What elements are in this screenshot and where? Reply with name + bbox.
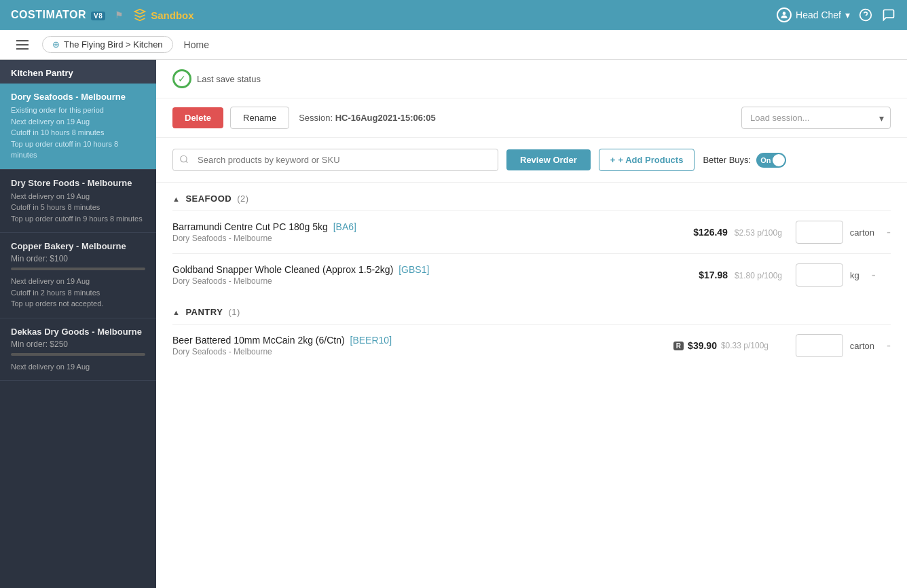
save-check-icon: ✓ — [172, 69, 191, 88]
top-up-cutoff: Top up order cutoff in 10 hours 8 minute… — [11, 139, 145, 161]
product-price: $39.90 — [688, 340, 717, 351]
user-menu[interactable]: Head Chef ▾ — [777, 7, 850, 22]
save-status: ✓ Last save status — [172, 69, 261, 88]
home-link[interactable]: Home — [184, 39, 209, 50]
qty-input-snapper[interactable] — [796, 263, 843, 287]
messages-icon[interactable] — [881, 7, 896, 22]
cutoff: Cutoff in 5 hours 8 minutes — [11, 202, 145, 213]
top-up-cutoff: Top up order cutoff in 9 hours 8 minutes — [11, 213, 145, 225]
brand-logo: COSTIMATOR V8 — [11, 9, 105, 21]
load-session-select[interactable]: Load session... — [741, 107, 891, 129]
next-delivery: Next delivery on 19 Aug — [11, 116, 145, 128]
product-toolbar: Review Order + + Add Products Better Buy… — [156, 138, 907, 183]
product-qty-block: carton - — [796, 221, 891, 244]
search-icon — [179, 154, 189, 166]
supplier-name: Dory Seafoods - Melbourne — [11, 92, 145, 102]
brand-area: COSTIMATOR V8 ⚑ Sandbox — [11, 8, 194, 22]
next-delivery: Next delivery on 19 Aug — [11, 361, 145, 373]
review-order-button[interactable]: Review Order — [506, 149, 591, 170]
top-up: Top up orders not accepted. — [11, 298, 145, 310]
rename-button[interactable]: Rename — [230, 107, 289, 129]
product-sku: [BA6] — [333, 221, 356, 232]
product-name: Beer Battered 10mm McCain 2kg (6/Ctn) [B… — [172, 335, 673, 346]
hamburger-menu[interactable] — [11, 35, 34, 55]
sidebar-item-dry-store[interactable]: Dry Store Foods - Melbourne Next deliver… — [0, 170, 156, 234]
min-order: Min order: $100 — [11, 254, 145, 263]
sidebar-section-title: Kitchen Pantry — [0, 60, 156, 84]
chevron-down-icon: ▾ — [845, 10, 850, 20]
product-price-block: $17.98 $1.80 p/100g — [673, 270, 782, 280]
product-price: $17.98 — [699, 270, 728, 280]
product-supplier: Dory Seafoods - Melbourne — [172, 234, 673, 243]
top-nav-right: Head Chef ▾ — [777, 7, 896, 22]
delete-button[interactable]: Delete — [172, 107, 223, 128]
product-row-beer-battered: Beer Battered 10mm McCain 2kg (6/Ctn) [B… — [172, 324, 891, 367]
qty-input-barramundi[interactable] — [796, 221, 843, 244]
plus-icon: + — [610, 155, 616, 165]
cutoff: Cutoff in 10 hours 8 minutes — [11, 127, 145, 139]
svg-line-4 — [186, 161, 188, 163]
collapse-arrow-pantry[interactable]: ▲ — [172, 308, 180, 316]
product-qty-block: carton - — [796, 334, 891, 357]
qty-dash: - — [887, 225, 891, 240]
category-name-pantry: PANTRY — [185, 307, 223, 317]
svg-point-0 — [783, 12, 786, 15]
qty-input-beer-battered[interactable] — [796, 334, 843, 357]
collapse-arrow-seafood[interactable]: ▲ — [172, 195, 180, 203]
product-sku: [GBS1] — [399, 264, 429, 275]
sidebar-item-dory[interactable]: Dory Seafoods - Melbourne Existing order… — [0, 84, 156, 170]
breadcrumb[interactable]: ⊕ The Flying Bird > Kitchen — [42, 36, 173, 53]
product-supplier: Dory Seafoods - Melbourne — [172, 276, 673, 286]
existing-order-label: Existing order for this period — [11, 105, 145, 116]
product-name: Goldband Snapper Whole Cleaned (Approx 1… — [172, 264, 673, 275]
unit-label: kg — [850, 270, 859, 280]
better-buys-control: Better Buys: On — [703, 153, 786, 168]
min-order: Min order: $250 — [11, 339, 145, 349]
product-price-per: $1.80 p/100g — [735, 271, 782, 280]
qty-dash: - — [872, 268, 876, 282]
cutoff: Cutoff in 2 hours 8 minutes — [11, 287, 145, 299]
top-nav: COSTIMATOR V8 ⚑ Sandbox Head Chef ▾ — [0, 0, 907, 30]
product-qty-block: kg - — [796, 263, 891, 287]
pantry-count: (1) — [228, 307, 240, 317]
seafood-count: (2) — [237, 194, 248, 204]
unit-label: carton — [850, 341, 874, 351]
better-buys-toggle[interactable]: On — [756, 153, 786, 168]
supplier-name: Copper Bakery - Melbourne — [11, 241, 145, 251]
supplier-name: Dekkas Dry Goods - Melbourne — [11, 327, 145, 337]
category-name-seafood: SEAFOOD — [185, 194, 232, 204]
session-prefix: Session: HC-16Aug2021-15:06:05 — [299, 113, 436, 123]
progress-bar-container — [11, 353, 145, 356]
user-avatar — [777, 7, 792, 22]
location-icon: ⊕ — [52, 39, 60, 50]
actions-bar: Delete Rename Session: HC-16Aug2021-15:0… — [156, 98, 907, 138]
help-icon[interactable] — [858, 7, 873, 22]
sidebar-item-dekkas[interactable]: Dekkas Dry Goods - Melbourne Min order: … — [0, 318, 156, 382]
product-supplier: Dory Seafoods - Melbourne — [172, 347, 673, 356]
product-info-beer-battered: Beer Battered 10mm McCain 2kg (6/Ctn) [B… — [172, 335, 673, 356]
toggle-on-label: On — [760, 156, 771, 164]
add-products-button[interactable]: + + Add Products — [599, 149, 695, 171]
save-label: Last save status — [197, 74, 261, 84]
sub-nav: ⊕ The Flying Bird > Kitchen Home — [0, 30, 907, 60]
session-header: ✓ Last save status — [156, 60, 907, 98]
product-price-per: $0.33 p/100g — [721, 341, 769, 350]
load-session-wrapper[interactable]: Load session... — [741, 107, 891, 129]
unit-label: carton — [850, 227, 874, 238]
search-box — [172, 149, 498, 171]
next-delivery: Next delivery on 19 Aug — [11, 191, 145, 202]
product-price-per: $2.53 p/100g — [735, 228, 782, 238]
progress-bar-container — [11, 268, 145, 270]
svg-point-3 — [181, 155, 187, 162]
product-list: ▲ SEAFOOD (2) Barramundi Centre Cut PC 1… — [156, 183, 907, 367]
search-input[interactable] — [172, 149, 498, 171]
sidebar-item-copper-bakery[interactable]: Copper Bakery - Melbourne Min order: $10… — [0, 233, 156, 318]
version-badge: V8 — [91, 12, 105, 20]
sandbox-label: Sandbox — [133, 8, 193, 22]
supplier-name: Dry Store Foods - Melbourne — [11, 178, 145, 188]
sandbox-icon — [133, 8, 147, 22]
product-sku: [BEER10] — [350, 335, 392, 346]
product-price-block: $126.49 $2.53 p/100g — [673, 227, 782, 238]
main-layout: Kitchen Pantry Dory Seafoods - Melbourne… — [0, 60, 907, 588]
category-pantry: ▲ PANTRY (1) — [172, 296, 891, 324]
